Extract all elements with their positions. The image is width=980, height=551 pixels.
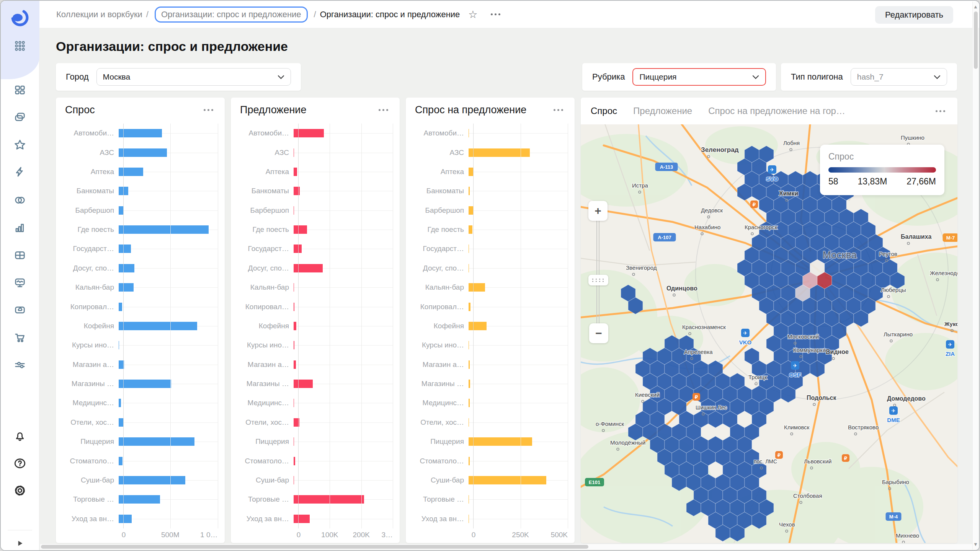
bar[interactable] bbox=[119, 380, 171, 388]
bar[interactable] bbox=[119, 303, 122, 311]
scroll-down-icon[interactable]: ▼ bbox=[973, 541, 978, 547]
bar[interactable] bbox=[119, 515, 132, 523]
settings-gear-icon[interactable] bbox=[11, 482, 28, 499]
bar[interactable] bbox=[294, 168, 297, 176]
more-menu-icon[interactable] bbox=[491, 13, 500, 15]
bar[interactable] bbox=[119, 264, 134, 272]
bar[interactable] bbox=[119, 129, 162, 137]
polygon-type-select[interactable]: hash_7 bbox=[851, 68, 947, 86]
bar[interactable] bbox=[469, 418, 469, 427]
bar[interactable] bbox=[469, 187, 470, 195]
zoom-in-button[interactable]: + bbox=[588, 201, 608, 221]
collapse-play-icon[interactable] bbox=[11, 535, 28, 551]
bar[interactable] bbox=[469, 360, 470, 369]
bar[interactable] bbox=[294, 341, 294, 349]
chart-menu-icon[interactable] bbox=[551, 107, 565, 113]
bar[interactable] bbox=[469, 206, 473, 215]
bar[interactable] bbox=[469, 283, 485, 292]
bar[interactable] bbox=[294, 206, 294, 215]
bar[interactable] bbox=[119, 495, 160, 504]
sidebar-item-favorites[interactable] bbox=[11, 136, 28, 153]
zoom-slider-handle[interactable] bbox=[588, 275, 608, 285]
bar[interactable] bbox=[469, 457, 470, 465]
sidebar-item-quick-actions[interactable] bbox=[11, 163, 28, 180]
bar[interactable] bbox=[119, 168, 143, 176]
bar[interactable] bbox=[469, 303, 470, 311]
bar[interactable] bbox=[119, 225, 209, 234]
bar[interactable] bbox=[119, 418, 123, 427]
bar[interactable] bbox=[294, 148, 294, 157]
bar[interactable] bbox=[294, 457, 295, 465]
bar[interactable] bbox=[294, 380, 313, 388]
sidebar-item-marketplace[interactable] bbox=[11, 329, 28, 346]
scroll-up-icon[interactable]: ▲ bbox=[973, 4, 978, 10]
sidebar-item-tables[interactable] bbox=[11, 247, 28, 264]
bar[interactable] bbox=[469, 437, 532, 446]
chart-menu-icon[interactable] bbox=[201, 107, 216, 113]
bar[interactable] bbox=[469, 495, 469, 504]
bar[interactable] bbox=[294, 187, 300, 195]
map-tab-demand[interactable]: Спрос bbox=[591, 106, 617, 116]
bar[interactable] bbox=[119, 245, 131, 253]
sidebar-item-datasets[interactable] bbox=[11, 192, 28, 209]
bar[interactable] bbox=[119, 206, 123, 215]
zoom-out-button[interactable]: − bbox=[589, 323, 608, 343]
vertical-scrollbar[interactable]: ▲ ▼ bbox=[972, 2, 978, 549]
bar[interactable] bbox=[469, 148, 530, 157]
bar[interactable] bbox=[294, 515, 310, 523]
chart-menu-icon[interactable] bbox=[376, 107, 390, 113]
datalens-logo-icon[interactable] bbox=[10, 8, 30, 28]
bar[interactable] bbox=[294, 360, 296, 369]
sidebar-item-charts[interactable] bbox=[11, 219, 28, 236]
city-select[interactable]: Москва bbox=[96, 68, 291, 86]
bar[interactable] bbox=[294, 283, 294, 292]
horizontal-scrollbar[interactable] bbox=[40, 544, 972, 549]
bar[interactable] bbox=[119, 399, 121, 407]
favorite-star-icon[interactable]: ☆ bbox=[468, 8, 477, 21]
sidebar-item-collections[interactable] bbox=[11, 109, 28, 126]
bar[interactable] bbox=[294, 225, 307, 234]
bar[interactable] bbox=[294, 264, 323, 272]
bar[interactable] bbox=[469, 129, 469, 137]
bar[interactable] bbox=[294, 399, 294, 407]
bar[interactable] bbox=[469, 225, 472, 234]
sidebar-item-settings-sliders[interactable] bbox=[11, 357, 28, 373]
bar[interactable] bbox=[119, 322, 197, 330]
breadcrumb-workbook[interactable]: Организации: спрос и предложение bbox=[155, 7, 308, 23]
bar[interactable] bbox=[119, 283, 134, 292]
sidebar-item-dashboards[interactable] bbox=[11, 82, 28, 98]
bar[interactable] bbox=[294, 418, 299, 427]
bar[interactable] bbox=[469, 168, 473, 176]
bar[interactable] bbox=[294, 303, 294, 311]
sidebar-item-monitoring[interactable] bbox=[11, 274, 28, 291]
map-tab-supply[interactable]: Предложение bbox=[633, 106, 692, 116]
bar[interactable] bbox=[469, 322, 487, 330]
bar[interactable] bbox=[469, 380, 470, 388]
sidebar-item-cloud-folder[interactable] bbox=[11, 302, 28, 318]
bar[interactable] bbox=[469, 399, 470, 407]
map-tab-demand-per-supply[interactable]: Спрос на предложение на гор… bbox=[708, 106, 845, 116]
map-menu-icon[interactable] bbox=[933, 108, 947, 114]
vertical-scroll-thumb[interactable] bbox=[974, 11, 978, 69]
edit-button[interactable]: Редактировать bbox=[875, 6, 953, 24]
map-canvas[interactable]: ЗеленоградЛобняПушкиноИстраХимкиДедовскН… bbox=[581, 124, 957, 543]
bar[interactable] bbox=[469, 264, 469, 272]
breadcrumb-collections[interactable]: Коллекции и воркбуки bbox=[56, 10, 142, 20]
bar[interactable] bbox=[294, 495, 364, 504]
bar[interactable] bbox=[119, 187, 128, 195]
bar[interactable] bbox=[119, 341, 119, 349]
bar[interactable] bbox=[294, 129, 324, 137]
bar[interactable] bbox=[119, 457, 122, 465]
bar[interactable] bbox=[469, 515, 469, 523]
rubric-select[interactable]: Пиццерия bbox=[632, 68, 766, 86]
bar[interactable] bbox=[469, 341, 469, 349]
bar[interactable] bbox=[294, 245, 302, 253]
help-icon[interactable] bbox=[11, 455, 28, 472]
bar[interactable] bbox=[294, 322, 296, 330]
bar[interactable] bbox=[119, 360, 124, 369]
bar[interactable] bbox=[119, 437, 194, 446]
bar[interactable] bbox=[469, 245, 469, 253]
horizontal-scroll-thumb[interactable] bbox=[41, 545, 588, 549]
apps-grid-icon[interactable] bbox=[11, 37, 28, 54]
zoom-slider-track[interactable] bbox=[596, 221, 599, 323]
